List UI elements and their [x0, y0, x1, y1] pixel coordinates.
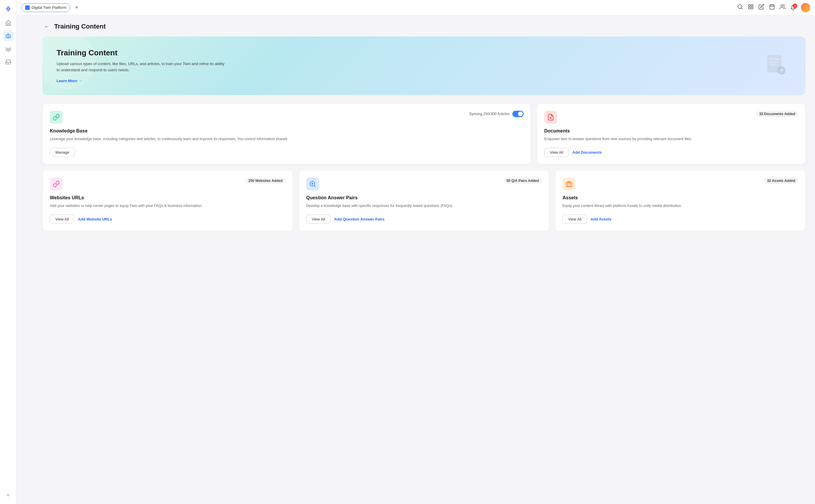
sidebar-logo[interactable] — [3, 4, 14, 14]
documents-desc: Empower twin to answer questions from ne… — [544, 136, 798, 142]
svg-rect-16 — [769, 59, 780, 60]
assets-actions: View All Add Assets — [562, 215, 798, 224]
svg-point-2 — [9, 36, 9, 37]
topnav-tab-label: Digital Twin Platform — [32, 5, 66, 10]
notification-count: 3 — [793, 4, 797, 8]
knowledge-base-card: Syncing 250/300 Articles Knowledge Base … — [42, 103, 531, 164]
svg-rect-7 — [751, 5, 753, 6]
hero-document-icon — [764, 53, 788, 78]
svg-rect-8 — [749, 7, 751, 9]
topnav-add-tab[interactable]: + — [72, 4, 81, 12]
websites-actions: View All Add Website URLs — [50, 215, 286, 224]
add-documents-button[interactable]: Add Documents — [572, 150, 602, 155]
hero-title: Training Content — [57, 48, 791, 57]
qa-badge: 50 Q/A Pairs Added — [503, 178, 542, 184]
sync-toggle[interactable] — [512, 111, 523, 117]
add-assets-button[interactable]: Add Assets — [590, 217, 612, 221]
sidebar-item-home[interactable] — [3, 18, 14, 28]
sidebar: + — [0, 0, 16, 504]
manage-button[interactable]: Manage — [50, 148, 75, 157]
knowledge-base-card-header: Syncing 250/300 Articles — [50, 111, 523, 124]
assets-desc: Equip your content library with platform… — [562, 203, 798, 209]
cards-section: Syncing 250/300 Articles Knowledge Base … — [42, 103, 806, 231]
edit-icon[interactable] — [758, 4, 764, 11]
svg-line-5 — [741, 8, 743, 9]
qa-icon — [306, 178, 319, 190]
page-header: ← Training Content — [42, 22, 806, 31]
topnav: Digital Twin Platform + 3 — [16, 0, 815, 15]
knowledge-base-actions: Manage — [50, 148, 523, 157]
add-website-urls-button[interactable]: Add Website URLs — [78, 217, 112, 221]
websites-title: Websites URLs — [50, 195, 286, 200]
svg-rect-28 — [566, 183, 572, 187]
sync-label: Syncing 250/300 Articles — [469, 112, 509, 116]
websites-urls-card: 250 Websites Added Websites URLs Add you… — [42, 170, 293, 231]
hero-description: Upload various types of content, like fi… — [57, 61, 228, 73]
notifications-icon[interactable]: 3 — [790, 5, 796, 11]
learn-more-link[interactable]: Learn More → — [57, 79, 82, 83]
assets-card-header: 32 Assets Added — [562, 178, 798, 190]
qa-pairs-card: 50 Q/A Pairs Added Question Answer Pairs… — [299, 170, 549, 231]
sidebar-item-inbox[interactable] — [3, 57, 14, 67]
svg-point-14 — [781, 5, 783, 7]
assets-view-all-button[interactable]: View All — [562, 215, 587, 224]
avatar[interactable] — [801, 3, 810, 12]
qa-actions: View All Add Question Answer Pairs — [306, 215, 542, 224]
documents-title: Documents — [544, 128, 798, 134]
svg-line-25 — [314, 185, 315, 186]
svg-rect-17 — [769, 62, 778, 63]
knowledge-base-title: Knowledge Base — [50, 128, 523, 134]
sidebar-item-layers[interactable] — [3, 44, 14, 54]
calendar-icon[interactable] — [769, 4, 775, 11]
svg-rect-10 — [770, 5, 774, 9]
add-qa-pairs-button[interactable]: Add Question Answer Pairs — [334, 217, 385, 221]
svg-rect-9 — [751, 7, 753, 9]
cards-row-1: Syncing 250/300 Articles Knowledge Base … — [42, 103, 806, 164]
sidebar-item-add[interactable]: + — [3, 490, 14, 500]
assets-icon — [562, 178, 575, 190]
main-content: ← Training Content Training Content Uplo… — [33, 15, 815, 504]
page-title: Training Content — [54, 23, 106, 30]
svg-point-1 — [7, 36, 8, 37]
documents-view-all-button[interactable]: View All — [544, 148, 569, 157]
websites-desc: Add your websites or help center pages t… — [50, 203, 286, 209]
sync-row: Syncing 250/300 Articles — [469, 111, 523, 117]
qa-card-header: 50 Q/A Pairs Added — [306, 178, 542, 190]
qa-view-all-button[interactable]: View All — [306, 215, 331, 224]
topnav-actions: 3 — [737, 3, 810, 12]
websites-badge: 250 Websites Added — [246, 178, 286, 184]
assets-badge: 32 Assets Added — [764, 178, 798, 184]
websites-icon — [50, 178, 63, 190]
tab-icon — [25, 5, 30, 10]
users-icon[interactable] — [780, 4, 786, 11]
grid-icon[interactable] — [748, 4, 754, 11]
websites-view-all-button[interactable]: View All — [50, 215, 74, 224]
svg-rect-6 — [749, 5, 751, 6]
qa-desc: Develop a knowledge base with specific r… — [306, 203, 542, 209]
documents-card: 32 Documents Added Documents Empower twi… — [537, 103, 806, 164]
documents-card-header: 32 Documents Added — [544, 111, 798, 124]
back-button[interactable]: ← — [42, 22, 51, 31]
sidebar-item-bot[interactable] — [3, 31, 14, 41]
qa-title: Question Answer Pairs — [306, 195, 542, 200]
documents-badge: 32 Documents Added — [756, 111, 798, 117]
documents-icon — [544, 111, 557, 124]
assets-title: Assets — [562, 195, 798, 200]
knowledge-base-desc: Leverage your knowledge base, including … — [50, 136, 523, 142]
websites-card-header: 250 Websites Added — [50, 178, 286, 190]
assets-card: 32 Assets Added Assets Equip your conten… — [555, 170, 806, 231]
search-icon[interactable] — [737, 4, 743, 11]
documents-actions: View All Add Documents — [544, 148, 798, 157]
hero-banner: Training Content Upload various types of… — [42, 37, 806, 95]
topnav-tab[interactable]: Digital Twin Platform — [21, 3, 70, 12]
svg-rect-18 — [769, 64, 776, 66]
knowledge-base-icon — [50, 111, 63, 124]
cards-row-2: 250 Websites Added Websites URLs Add you… — [42, 170, 806, 231]
